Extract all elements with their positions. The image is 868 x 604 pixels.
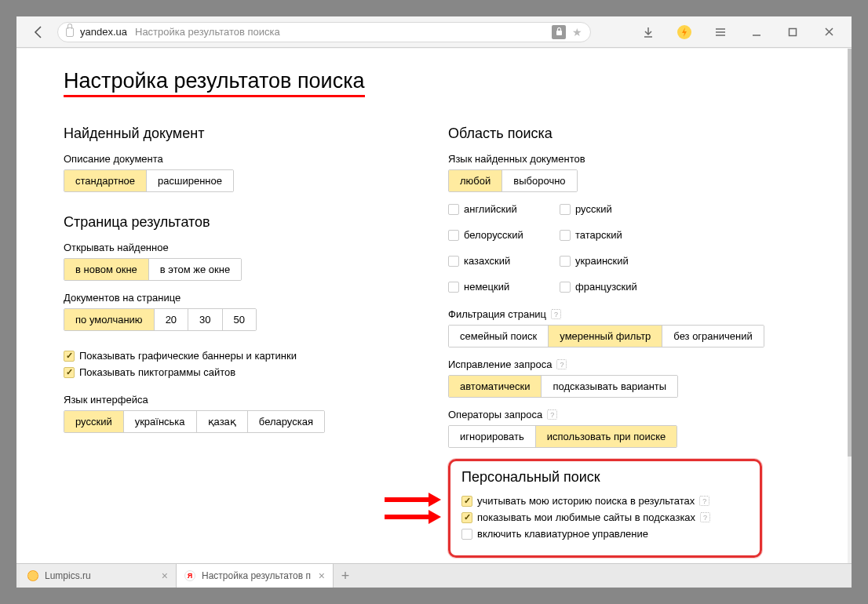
annotation-arrows [385, 489, 441, 527]
bookmark-star-icon[interactable]: ★ [572, 26, 582, 38]
tab-label: Настройка результатов п [202, 570, 311, 581]
checkbox-icon [64, 367, 75, 378]
chk-label: показывать мои любимые сайты в подсказка… [477, 511, 695, 523]
page-content: Настройка результатов поиска Найденный д… [16, 49, 848, 563]
opt-use[interactable]: использовать при поиске [536, 426, 677, 447]
opt-ignore[interactable]: игнорировать [449, 426, 536, 447]
right-column: Область поиска Язык найденных документов… [448, 115, 762, 558]
chk-show-banners[interactable]: Показывать графические баннеры и картинк… [64, 350, 377, 362]
section-results-page: Страница результатов [64, 214, 377, 231]
new-tab-button[interactable]: + [334, 564, 357, 588]
seg-page-filter: семейный поиск умеренный фильтр без огра… [448, 325, 764, 347]
minimize-button[interactable] [739, 16, 775, 48]
arrow-icon [385, 510, 441, 524]
label-docs-language: Язык найденных документов [448, 153, 762, 165]
opt-50[interactable]: 50 [223, 309, 256, 330]
opt-standard[interactable]: стандартное [64, 170, 147, 191]
seg-query-operators: игнорировать использовать при поиске [448, 425, 677, 448]
help-icon[interactable]: ? [700, 512, 710, 522]
chk-lang-fr[interactable]: французский [560, 281, 662, 293]
chk-lang-ru[interactable]: русский [560, 203, 662, 215]
opt-suggest[interactable]: подсказывать варианты [542, 376, 677, 397]
help-icon[interactable]: ? [547, 409, 557, 420]
chk-lang-uk[interactable]: украинский [560, 255, 662, 267]
page-heading-wrap: Настройка результатов поиска [64, 69, 365, 97]
close-tab-icon[interactable]: × [162, 569, 168, 582]
checkbox-icon [461, 512, 472, 523]
close-button[interactable] [811, 16, 847, 48]
tab-label: Lumpics.ru [45, 570, 91, 581]
opt-default[interactable]: по умолчанию [64, 309, 155, 330]
chk-use-history[interactable]: учитывать мою историю поиска в результат… [461, 495, 749, 507]
opt-lang-kz[interactable]: қазақ [197, 411, 248, 432]
address-bar[interactable]: yandex.ua Настройка результатов поиска ★ [57, 22, 591, 42]
tab-lumpics[interactable]: Lumpics.ru × [20, 564, 177, 588]
opt-20[interactable]: 20 [155, 309, 188, 330]
opt-none[interactable]: без ограничений [662, 326, 763, 347]
favicon-icon: Я [184, 570, 195, 581]
close-tab-icon[interactable]: × [319, 569, 325, 582]
opt-auto[interactable]: автоматически [449, 376, 542, 397]
svg-rect-1 [790, 28, 797, 35]
chk-lang-en[interactable]: английский [448, 203, 550, 215]
back-button[interactable] [21, 20, 56, 45]
opt-selective[interactable]: выборочно [502, 170, 576, 191]
seg-ui-language: русский українська қазақ беларуская [64, 410, 325, 433]
chk-label: французский [575, 281, 637, 293]
menu-icon[interactable] [702, 16, 739, 48]
chk-lang-be[interactable]: белорусский [448, 229, 550, 241]
downloads-icon[interactable] [630, 16, 666, 48]
seg-open-found: в новом окне в этом же окне [64, 258, 242, 281]
browser-window: yandex.ua Настройка результатов поиска ★… [16, 16, 852, 588]
chk-show-favorites[interactable]: показывать мои любимые сайты в подсказка… [461, 511, 749, 523]
seg-docs-language: любой выборочно [448, 169, 578, 192]
chk-lang-kk[interactable]: казахский [448, 255, 550, 267]
chk-label: казахский [464, 255, 510, 267]
lock-badge-icon[interactable] [552, 25, 566, 39]
checkbox-icon [461, 496, 472, 507]
chk-label: английский [464, 203, 517, 215]
arrow-icon [385, 493, 441, 507]
chk-label: Показывать пиктограммы сайтов [79, 366, 235, 378]
opt-family[interactable]: семейный поиск [449, 326, 549, 347]
chk-label: немецкий [464, 281, 509, 293]
opt-lang-ru[interactable]: русский [64, 411, 124, 432]
scrollbar-thumb[interactable] [848, 49, 852, 457]
opt-lang-uk[interactable]: українська [124, 411, 197, 432]
lock-outline-icon [66, 27, 74, 37]
toolbar-right [630, 16, 847, 48]
chk-keyboard-nav[interactable]: включить клавиатурное управление [461, 528, 749, 540]
scrollbar[interactable] [848, 49, 852, 563]
seg-docs-per-page: по умолчанию 20 30 50 [64, 308, 257, 331]
opt-moderate[interactable]: умеренный фильтр [549, 326, 662, 347]
turbo-icon[interactable] [666, 16, 702, 48]
opt-any[interactable]: любой [449, 170, 502, 191]
help-icon[interactable]: ? [551, 309, 561, 319]
annotation-highlight-box: Персональный поиск учитывать мою историю… [448, 459, 762, 558]
checkbox-icon [560, 230, 571, 241]
tab-bar: Lumpics.ru × Я Настройка результатов п ×… [16, 563, 852, 588]
label-ui-language: Язык интерфейса [64, 394, 377, 406]
opt-30[interactable]: 30 [188, 309, 222, 330]
opt-extended[interactable]: расширенное [147, 170, 233, 191]
opt-lang-by[interactable]: беларуская [248, 411, 324, 432]
omnibox-actions: ★ [552, 25, 582, 39]
chk-label: учитывать мою историю поиска в результат… [477, 495, 695, 507]
chk-lang-de[interactable]: немецкий [448, 281, 550, 293]
checkbox-icon [448, 282, 459, 293]
help-icon[interactable]: ? [699, 496, 709, 506]
section-search-area: Область поиска [448, 126, 762, 142]
seg-query-correction: автоматически подсказывать варианты [448, 375, 678, 398]
chk-show-favicons[interactable]: Показывать пиктограммы сайтов [64, 366, 377, 378]
label-query-correction: Исправление запроса? [448, 358, 762, 370]
checkbox-icon [560, 282, 571, 293]
chk-lang-tt[interactable]: татарский [560, 229, 662, 241]
annotation-underline [64, 95, 365, 97]
tab-yandex-settings[interactable]: Я Настройка результатов п × [177, 564, 334, 588]
maximize-button[interactable] [775, 16, 811, 48]
checkbox-icon [448, 204, 459, 215]
opt-new-window[interactable]: в новом окне [64, 259, 149, 280]
help-icon[interactable]: ? [556, 359, 567, 369]
opt-same-window[interactable]: в этом же окне [149, 259, 241, 280]
label-docs-per-page: Документов на странице [64, 292, 377, 304]
